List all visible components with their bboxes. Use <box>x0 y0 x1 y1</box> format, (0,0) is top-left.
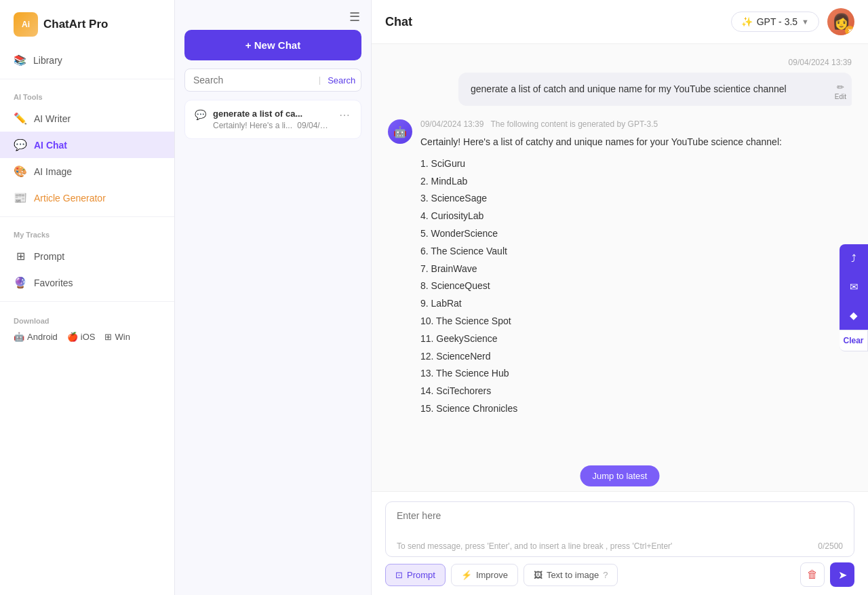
edit-icon: ✏ <box>837 82 844 92</box>
sidebar-item-library[interactable]: 📚 Library <box>0 47 174 73</box>
input-actions: ⊡ Prompt ⚡ Improve 🖼 Text to image ? 🗑 ➤ <box>385 562 854 587</box>
article-generator-icon: 📰 <box>14 191 27 204</box>
download-ios[interactable]: 🍎 iOS <box>67 332 96 342</box>
ai-avatar-icon: 🤖 <box>393 126 407 138</box>
discord-icon: ◆ <box>850 309 858 322</box>
divider <box>0 301 174 302</box>
sidebar-item-favorites[interactable]: 🔮 Favorites <box>0 269 174 296</box>
chat-history-more-btn[interactable]: ⋯ <box>338 109 351 121</box>
trash-icon: 🗑 <box>807 569 818 581</box>
download-links: 🤖 Android 🍎 iOS ⊞ Win <box>14 332 161 342</box>
clear-float-button[interactable]: Clear <box>840 330 868 351</box>
prompt-icon: ⊡ <box>395 570 403 580</box>
name-list-item: 11. GeekyScience <box>420 331 852 347</box>
name-list-item: 5. WonderScience <box>420 226 852 242</box>
prompt-button[interactable]: ⊡ Prompt <box>385 564 446 586</box>
edit-message-button[interactable]: ✏ Edit <box>835 82 846 100</box>
text-to-image-button[interactable]: 🖼 Text to image ? <box>524 564 618 586</box>
sidebar-item-ai-writer[interactable]: ✏️ AI Writer <box>0 105 174 132</box>
search-button[interactable]: Search <box>328 75 355 85</box>
jump-to-latest-button[interactable]: Jump to latest <box>580 465 660 486</box>
name-list-item: 12. ScienceNerd <box>420 349 852 365</box>
sidebar-item-prompt[interactable]: ⊞ Prompt <box>0 243 174 269</box>
sidebar-item-article-generator[interactable]: 📰 Article Generator <box>0 185 174 211</box>
ai-image-icon: 🎨 <box>14 165 27 178</box>
right-float-panel: ⤴ ✉ ◆ Clear <box>840 244 868 351</box>
edit-label: Edit <box>835 93 846 100</box>
sidebar-item-label: AI Chat <box>34 140 67 151</box>
improve-label: Improve <box>476 570 508 580</box>
divider <box>0 79 174 79</box>
improve-button[interactable]: ⚡ Improve <box>451 564 518 586</box>
page-title: Chat <box>385 15 412 29</box>
email-icon: ✉ <box>850 281 859 293</box>
model-selector-label: GPT - 3.5 <box>757 16 797 27</box>
ai-chat-icon: 💬 <box>14 138 27 151</box>
ai-message-timestamp: 09/04/2024 13:39 <box>420 119 484 129</box>
input-area: To send message, press 'Enter', and to i… <box>372 491 868 595</box>
divider <box>0 216 174 217</box>
user-message-timestamp: 09/04/2024 13:39 <box>388 58 852 67</box>
ai-message-content: 09/04/2024 13:39 The following content i… <box>420 119 852 419</box>
image-icon: 🖼 <box>534 570 542 580</box>
name-list-item: 4. CuriosityLab <box>420 208 852 225</box>
name-list-item: 9. LabRat <box>420 296 852 312</box>
model-selector-icon: ✨ <box>741 16 753 27</box>
send-button[interactable]: ➤ <box>830 562 854 587</box>
ai-message-row: 🤖 09/04/2024 13:39 The following content… <box>388 119 852 419</box>
delete-button[interactable]: 🗑 <box>800 562 825 587</box>
ios-icon: 🍎 <box>67 332 78 342</box>
app-logo: Ai ChatArt Pro <box>0 0 174 47</box>
sidebar-item-ai-chat[interactable]: 💬 AI Chat <box>0 132 174 158</box>
message-input[interactable] <box>397 510 843 535</box>
share-float-button[interactable]: ⤴ <box>840 244 868 273</box>
user-message-text: generate a list of catch and unique name… <box>471 83 787 94</box>
win-icon: ⊞ <box>104 332 112 342</box>
download-win[interactable]: ⊞ Win <box>104 332 130 342</box>
android-icon: 🤖 <box>14 332 24 342</box>
prompt-label: Prompt <box>407 570 435 580</box>
android-label: Android <box>27 332 58 342</box>
ai-tools-label: AI Tools <box>0 85 174 105</box>
ai-message-note: The following content is generated by GP… <box>490 119 658 129</box>
name-list-item: 2. MindLab <box>420 174 852 190</box>
main-header: Chat ✨ GPT - 3.5 ▼ 👩 ✕ <box>372 0 868 44</box>
model-selector[interactable]: ✨ GPT - 3.5 ▼ <box>731 12 819 32</box>
user-avatar[interactable]: 👩 ✕ <box>827 8 854 35</box>
menu-icon[interactable]: ☰ <box>349 9 360 24</box>
download-label: Download <box>14 317 161 325</box>
input-hint: To send message, press 'Enter', and to i… <box>397 541 843 551</box>
download-section: Download 🤖 Android 🍎 iOS ⊞ Win <box>0 307 174 347</box>
chat-history-title: generate a list of ca... <box>213 109 331 119</box>
sidebar-item-label: Prompt <box>34 251 64 262</box>
download-android[interactable]: 🤖 Android <box>14 332 58 342</box>
new-chat-button[interactable]: + New Chat <box>184 30 361 60</box>
name-list-item: 13. The Science Hub <box>420 366 852 382</box>
email-float-button[interactable]: ✉ <box>840 273 868 301</box>
char-count: 0/2500 <box>818 541 843 551</box>
header-right: ✨ GPT - 3.5 ▼ 👩 ✕ <box>731 8 854 35</box>
chat-history-item[interactable]: 💬 generate a list of ca... Certainly! He… <box>184 100 361 139</box>
library-label: Library <box>33 55 62 66</box>
favorites-icon: 🔮 <box>14 276 27 289</box>
ai-avatar: 🤖 <box>388 119 412 144</box>
name-list-item: 7. BrainWave <box>420 261 852 277</box>
name-list-item: 10. The Science Spot <box>420 313 852 330</box>
improve-icon: ⚡ <box>461 570 472 580</box>
sidebar-item-label: Article Generator <box>34 193 106 204</box>
discord-float-button[interactable]: ◆ <box>840 301 868 330</box>
sidebar-item-ai-image[interactable]: 🎨 AI Image <box>0 158 174 185</box>
library-icon: 📚 <box>14 54 26 66</box>
name-list-item: 1. SciGuru <box>420 156 852 172</box>
name-list-item: 6. The Science Vault <box>420 244 852 260</box>
ai-message-meta: 09/04/2024 13:39 The following content i… <box>420 119 852 129</box>
send-icon: ➤ <box>838 569 847 581</box>
name-list-item: 3. ScienceSage <box>420 191 852 207</box>
app-name: ChatArt Pro <box>43 18 108 31</box>
search-input[interactable] <box>193 75 312 85</box>
my-tracks-label: My Tracks <box>0 223 174 243</box>
name-list-item: 15. Science Chronicles <box>420 401 852 417</box>
input-hint-text: To send message, press 'Enter', and to i… <box>397 541 672 551</box>
prompt-icon: ⊞ <box>14 250 27 263</box>
search-bar: | Search <box>184 69 361 92</box>
